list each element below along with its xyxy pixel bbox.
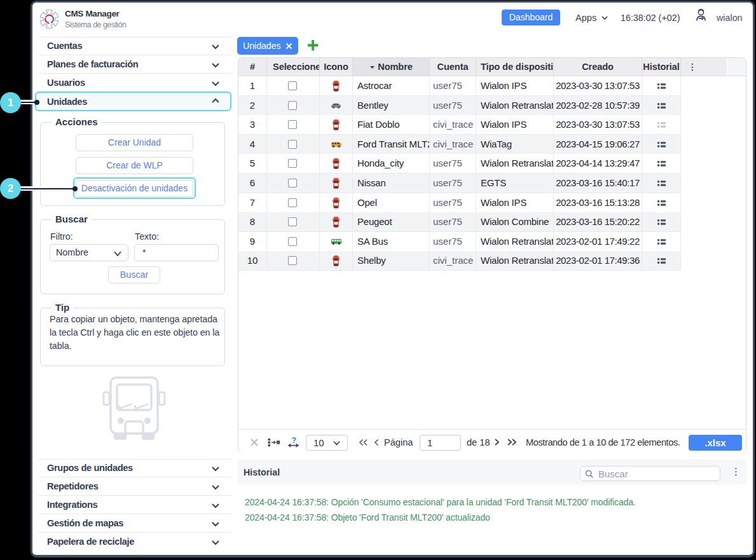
svg-text:?: ? (292, 436, 297, 445)
